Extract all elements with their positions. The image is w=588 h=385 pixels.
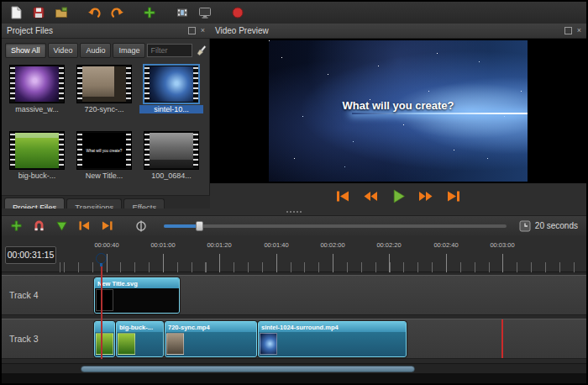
filter-show-all-button[interactable]: Show All (5, 43, 46, 58)
project-files-grid: massive_w... 720-sync-... sintel-10... b… (3, 62, 208, 195)
file-label: massive_w... (5, 105, 69, 113)
video-preview-area: What will you create? (210, 39, 586, 183)
jump-to-end-icon[interactable] (444, 188, 463, 203)
project-file-item-selected[interactable]: sintel-10... (138, 62, 205, 123)
timeline-ruler[interactable]: 00:00:31:15 00:00:40 00:01:00 00:01:20 0… (2, 235, 586, 272)
clip-label: New Title.svg (95, 278, 179, 288)
file-label: 720-sync-... (72, 105, 136, 113)
previous-marker-icon[interactable] (76, 219, 92, 234)
ruler-tick (276, 254, 277, 272)
close-panel-icon[interactable]: × (575, 27, 583, 34)
wall-thumb (82, 66, 126, 102)
clip-big-buck[interactable]: big-buck-... (116, 321, 164, 357)
clip-label (95, 322, 114, 332)
fast-forward-icon[interactable] (417, 188, 435, 203)
video-thumb (150, 133, 193, 168)
toolbar-separator (162, 13, 170, 13)
import-files-icon[interactable] (139, 3, 160, 22)
zoom-slider[interactable] (164, 224, 507, 228)
ruler-tick (219, 254, 220, 272)
track-4-row[interactable]: Track 4 New Title.svg (2, 275, 586, 315)
file-thumbnail (10, 66, 64, 103)
redo-icon[interactable] (107, 3, 127, 22)
file-thumbnail (77, 66, 131, 103)
add-track-icon[interactable] (8, 219, 24, 234)
clip-small[interactable] (94, 321, 115, 357)
clip-label: 720-sync.mp4 (165, 322, 256, 332)
ruler-mark: 00:02:40 (433, 241, 458, 249)
main-toolbar (2, 2, 586, 24)
undock-panel-icon[interactable] (564, 27, 572, 34)
open-project-icon[interactable] (51, 3, 71, 22)
undo-icon[interactable] (84, 3, 104, 22)
timeline-toolbar: 20 seconds (2, 215, 586, 235)
ruler-tick (333, 254, 333, 272)
ruler-strip[interactable]: 00:00:40 00:01:00 00:01:20 00:01:40 00:0… (59, 235, 586, 272)
project-file-item[interactable]: 720-sync-... (71, 62, 138, 123)
clip-body (117, 332, 163, 356)
toolbar-separator (218, 13, 225, 13)
ruler-mark: 00:03:00 (490, 241, 514, 249)
timeline-scrollbar-thumb[interactable] (81, 366, 415, 372)
clip-thumbnail (96, 289, 113, 311)
project-files-header: Project Files × (2, 24, 210, 39)
ruler-tick (446, 254, 447, 272)
title-thumb: What will you create? (82, 133, 126, 168)
filter-input[interactable] (147, 44, 192, 57)
file-label: 100_0684... (139, 171, 203, 180)
grass-thumb (15, 133, 59, 168)
clip-label: big-buck-... (117, 322, 163, 332)
filter-video-button[interactable]: Video (48, 43, 79, 58)
clear-filter-brush-icon[interactable] (194, 43, 209, 58)
zoom-slider-handle[interactable] (196, 221, 203, 231)
zoom-scale-label: 20 seconds (535, 221, 578, 230)
ruler-mark: 00:01:00 (150, 241, 175, 249)
filter-image-button[interactable]: Image (113, 43, 145, 58)
filter-audio-button[interactable]: Audio (80, 43, 111, 58)
save-project-icon[interactable] (29, 3, 49, 22)
timeline-tracks-area[interactable]: Track 4 New Title.svg Track 3 big-buck-.… (2, 272, 586, 363)
video-frame[interactable]: What will you create? (269, 40, 528, 182)
disco-ball-thumb (15, 66, 59, 102)
choose-profile-icon[interactable] (172, 3, 192, 22)
snapping-icon[interactable] (30, 219, 47, 234)
new-project-icon[interactable] (6, 3, 26, 22)
ruler-mark: 00:02:00 (320, 241, 344, 249)
clip-new-title[interactable]: New Title.svg (94, 277, 180, 314)
light-streak (352, 113, 528, 114)
track-name: Track 3 (9, 334, 39, 344)
project-file-item[interactable]: 100_0684... (138, 129, 205, 189)
file-label: big-buck-... (5, 171, 69, 180)
track-3-row[interactable]: Track 3 big-buck-... 720-sync.mp4 sintel… (2, 319, 586, 359)
clip-sintel[interactable]: sintel-1024-surround.mp4 (258, 321, 407, 357)
close-panel-icon[interactable]: × (199, 27, 207, 34)
add-marker-icon[interactable] (53, 219, 70, 234)
splitter-handle[interactable] (2, 208, 586, 215)
current-time-display: 00:00:31:15 (5, 246, 56, 264)
project-file-item[interactable]: massive_w... (3, 62, 71, 123)
zoom-scale-box[interactable]: 20 seconds (519, 220, 580, 232)
clip-edge-marker (501, 319, 503, 358)
center-playhead-icon[interactable] (133, 219, 150, 234)
jump-to-start-icon[interactable] (333, 188, 352, 203)
ruler-tick (163, 254, 164, 272)
rewind-icon[interactable] (361, 188, 380, 203)
ruler-mark: 00:01:20 (207, 241, 231, 249)
clip-thumbnail (96, 333, 113, 355)
timeline-scrollbar[interactable] (2, 363, 586, 373)
clip-body (259, 332, 406, 356)
space-thumb (150, 66, 193, 102)
clip-body (95, 332, 114, 356)
window-bottom-edge (2, 373, 586, 383)
export-video-icon[interactable] (228, 3, 248, 22)
toolbar-separator (74, 13, 81, 13)
ruler-mark: 00:02:20 (376, 241, 401, 249)
next-marker-icon[interactable] (98, 219, 115, 234)
project-file-item[interactable]: big-buck-... (3, 129, 71, 189)
undock-panel-icon[interactable] (188, 27, 196, 34)
play-icon[interactable] (389, 188, 407, 203)
fullscreen-icon[interactable] (195, 3, 215, 22)
project-file-item[interactable]: What will you create? New Title... (71, 129, 138, 189)
video-preview-header: Video Preview × (210, 24, 586, 39)
clip-720-sync[interactable]: 720-sync.mp4 (165, 321, 257, 357)
